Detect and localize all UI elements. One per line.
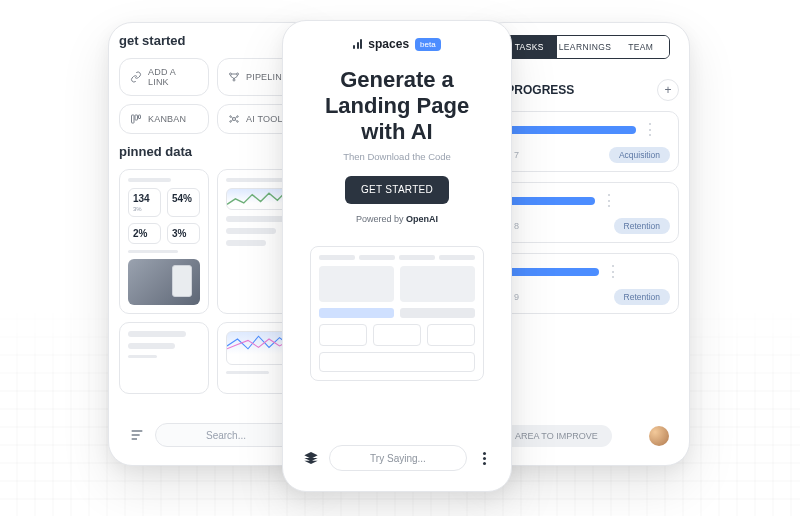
card-title-skeleton	[128, 178, 171, 182]
brand: spaces beta	[293, 37, 501, 51]
action-label: ADD A LINK	[148, 67, 198, 87]
kebab-icon[interactable]: ⋮	[601, 191, 617, 210]
text-skeleton	[128, 250, 178, 253]
action-add-link[interactable]: ADD A LINK	[119, 58, 209, 96]
svg-point-7	[230, 116, 232, 118]
kpi-sub: 3%	[133, 206, 156, 212]
media-thumb	[128, 259, 200, 305]
wire-ctas	[319, 308, 476, 318]
text-skeleton	[226, 228, 276, 234]
kpi: 3%	[167, 223, 200, 244]
kpi-value: 2%	[133, 228, 156, 239]
task-card[interactable]: ⋮ 8 Retention	[491, 182, 679, 243]
tag-chip: Acquisition	[609, 147, 670, 163]
wire-nav	[319, 255, 476, 260]
text-skeleton	[226, 371, 269, 374]
kpi-value: 3%	[172, 228, 195, 239]
tag-chip: Retention	[614, 218, 670, 234]
hero: Generate a Landing Page with AI Then Dow…	[293, 67, 501, 224]
tab-learnings[interactable]: LEARNINGS	[557, 36, 613, 58]
tag-chip: Retention	[614, 289, 670, 305]
svg-point-9	[230, 121, 232, 123]
pinned-card[interactable]	[119, 322, 209, 394]
svg-rect-4	[135, 115, 138, 120]
wire-footer	[319, 352, 476, 372]
brand-name: spaces	[368, 37, 409, 51]
kebab-icon[interactable]: ⋮	[642, 120, 658, 139]
hero-subhead: Then Download the Code	[293, 151, 501, 162]
wire-hero	[319, 266, 476, 302]
text-skeleton	[226, 240, 266, 246]
vote-count: 8	[514, 221, 519, 231]
text-skeleton	[128, 355, 157, 358]
svg-point-1	[237, 73, 239, 75]
layers-icon[interactable]	[303, 450, 319, 466]
svg-rect-5	[139, 115, 141, 119]
logo-icon	[353, 39, 362, 49]
vote-count: 7	[514, 150, 519, 160]
progress-bar	[500, 126, 636, 134]
svg-point-8	[237, 116, 239, 118]
ai-tools-icon	[228, 113, 240, 125]
wireframe-preview	[310, 246, 485, 381]
pinned-cards: 1343% 54% 2% 3%	[119, 169, 307, 394]
link-icon	[130, 71, 142, 83]
powered-brand: OpenAI	[406, 214, 438, 224]
pipelines-icon	[228, 71, 240, 83]
menu-icon[interactable]	[129, 427, 145, 443]
text-skeleton	[128, 343, 175, 349]
search-placeholder: Search...	[206, 430, 246, 441]
kpi: 54%	[167, 188, 200, 217]
tab-team[interactable]: TEAM	[613, 36, 669, 58]
hero-headline: Generate a Landing Page with AI	[293, 67, 501, 145]
progress-bar	[500, 197, 595, 205]
powered-by: Powered by OpenAI	[293, 214, 501, 224]
pinned-data-title: pinned data	[119, 144, 307, 159]
voice-prompt-placeholder: Try Saying...	[370, 453, 426, 464]
kpi-value: 134	[133, 193, 156, 204]
voice-prompt-input[interactable]: Try Saying...	[329, 445, 467, 471]
kpi: 2%	[128, 223, 161, 244]
kebab-icon[interactable]: ⋮	[605, 262, 621, 281]
panel-generator: spaces beta Generate a Landing Page with…	[282, 20, 512, 492]
wire-cards	[319, 324, 476, 346]
action-kanban[interactable]: KANBAN	[119, 104, 209, 134]
powered-prefix: Powered by	[356, 214, 406, 224]
svg-point-2	[233, 79, 235, 81]
get-started-title: get started	[119, 33, 307, 48]
svg-point-0	[230, 73, 232, 75]
progress-bar	[500, 268, 599, 276]
avatar[interactable]	[649, 426, 669, 446]
headline-l2: Landing Page	[325, 93, 469, 118]
headline-l3: with AI	[361, 119, 432, 144]
headline-l1: Generate a	[340, 67, 454, 92]
kpi-value: 54%	[172, 193, 195, 204]
card-title-skeleton	[226, 178, 284, 182]
quick-actions: ADD A LINK PIPELINES KANBAN AI TOOLS	[119, 58, 307, 134]
task-card[interactable]: ⋮ 9 Retention	[491, 253, 679, 314]
action-label: KANBAN	[148, 114, 186, 124]
beta-badge: beta	[415, 38, 441, 51]
svg-point-10	[237, 121, 239, 123]
get-started-button[interactable]: GET STARTED	[345, 176, 449, 204]
text-skeleton	[128, 331, 186, 337]
pinned-card[interactable]: 1343% 54% 2% 3%	[119, 169, 209, 314]
search-input[interactable]: Search...	[155, 423, 297, 447]
more-icon[interactable]	[477, 452, 491, 465]
kpi: 1343%	[128, 188, 161, 217]
area-to-improve-button[interactable]: AREA TO IMPROVE	[501, 425, 612, 447]
task-card[interactable]: ⋮ 7 Acquisition	[491, 111, 679, 172]
tabs: TASKS LEARNINGS TEAM	[500, 35, 669, 59]
vote-count: 9	[514, 292, 519, 302]
add-task-button[interactable]: +	[657, 79, 679, 101]
svg-rect-3	[132, 115, 135, 123]
kanban-icon	[130, 113, 142, 125]
